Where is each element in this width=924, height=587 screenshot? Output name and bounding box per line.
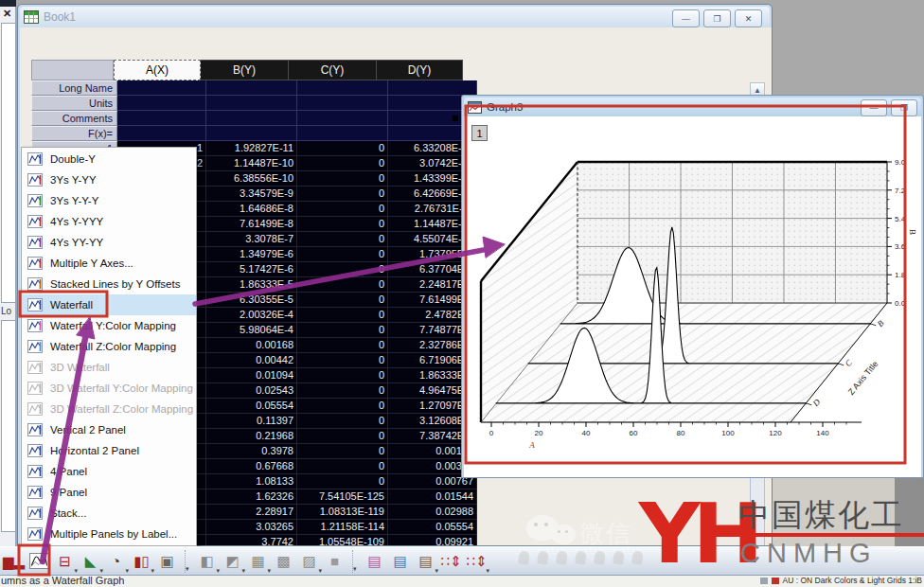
cell[interactable]: 1.62326 — [206, 489, 297, 505]
cell[interactable]: 1.64686E-8 — [206, 202, 297, 217]
table-corner-cell[interactable] — [31, 60, 114, 80]
menu-item-horizontal-2-panel[interactable]: Horizontal 2 Panel — [22, 440, 196, 461]
dropdown-caret-icon[interactable]: ▾ — [125, 567, 129, 575]
contour-graph-icon[interactable]: ▨▾ — [297, 549, 321, 573]
cell[interactable]: 0 — [297, 187, 388, 202]
3d-surface-graph-icon[interactable]: ◩▾ — [221, 549, 244, 573]
cell[interactable] — [388, 80, 477, 96]
menu-item-stacked-lines-by-y-offsets[interactable]: Stacked Lines by Y Offsets — [22, 274, 196, 294]
graph-content[interactable]: 1 020406080100120140A9.07.25.43.61.80.0B… — [464, 116, 921, 477]
cell[interactable]: 6.30355E-5 — [206, 293, 297, 308]
mask-grid3-icon[interactable]: ▤▾ — [414, 549, 437, 573]
mask-grid2-icon[interactable]: ▤ — [388, 549, 412, 573]
cell[interactable]: 0 — [297, 217, 388, 232]
cell[interactable]: 0.02988 — [388, 505, 477, 520]
cell[interactable] — [297, 126, 388, 141]
cell[interactable]: 7.61499E-8 — [206, 217, 297, 232]
cell[interactable]: 0.11397 — [206, 414, 297, 429]
row-header-f-x[interactable]: F(x)= — [31, 126, 117, 141]
cell[interactable]: 1.08313E-119 — [297, 505, 388, 520]
column-header-b-y[interactable]: B(Y) — [201, 60, 289, 80]
restore-button[interactable]: ❐ — [891, 99, 917, 116]
dropdown-caret-icon[interactable]: ▾ — [435, 567, 438, 575]
cell[interactable]: 0.02543 — [206, 383, 297, 399]
cell[interactable]: 1.08133 — [206, 474, 297, 489]
menu-item-stack[interactable]: Stack... — [22, 503, 196, 524]
cell[interactable]: 0.01544 — [388, 489, 477, 505]
dropdown-caret-icon[interactable]: ▾ — [74, 567, 78, 575]
dropdown-caret-icon[interactable]: ▾ — [318, 567, 322, 575]
cell[interactable]: 1.34979E-6 — [206, 247, 297, 262]
cell[interactable]: 0 — [297, 338, 388, 353]
cell[interactable]: 0 — [297, 308, 388, 323]
cell[interactable]: 0 — [297, 171, 388, 187]
cell[interactable] — [206, 111, 297, 126]
3d-column-graph-icon[interactable]: ▩ — [272, 549, 295, 573]
dropdown-caret-icon[interactable]: ▾ — [241, 567, 245, 575]
menu-item-vertical-2-panel[interactable]: Vertical 2 Panel — [22, 419, 196, 440]
cell[interactable]: 0 — [297, 141, 388, 156]
cell[interactable]: 0 — [297, 262, 388, 277]
minimize-button[interactable]: — — [861, 99, 887, 116]
column-header-d-y[interactable]: D(Y) — [377, 60, 463, 80]
cell[interactable]: 0 — [297, 383, 388, 399]
cell[interactable]: 3.03265 — [206, 520, 297, 535]
dropdown-caret-icon[interactable]: ▾ — [486, 567, 489, 575]
polar-graph-icon[interactable]: ◔▾ — [104, 549, 128, 573]
cell[interactable]: 1.92827E-11 — [206, 141, 297, 156]
cell[interactable]: 1.86333E-5 — [206, 277, 297, 293]
cell[interactable] — [206, 96, 297, 111]
cell[interactable] — [117, 80, 206, 96]
menu-item-3ys-y-y-y[interactable]: 3Ys Y-Y-Y — [22, 190, 196, 211]
column-header-c-y[interactable]: C(Y) — [289, 60, 377, 80]
cell[interactable] — [206, 126, 297, 141]
cell[interactable]: 0.01094 — [206, 368, 297, 383]
row-header-units[interactable]: Units — [31, 96, 117, 111]
cell[interactable] — [117, 111, 206, 126]
cell[interactable]: 1.14487E-10 — [206, 156, 297, 171]
dropdown-separator2-icon[interactable]: ▾ — [352, 550, 359, 573]
cell[interactable] — [297, 96, 388, 111]
minimize-button[interactable]: — — [672, 9, 700, 27]
menu-item-multiple-y-axes[interactable]: Multiple Y Axes... — [22, 253, 196, 274]
cell[interactable]: 7.54105E-125 — [297, 489, 388, 505]
cell[interactable]: 0.21968 — [206, 429, 297, 444]
close-button[interactable]: ✕ — [735, 9, 762, 27]
cell[interactable]: 0 — [297, 368, 388, 383]
waterfall-graph-icon[interactable] — [27, 549, 51, 573]
cell[interactable]: 0 — [297, 232, 388, 247]
cell[interactable]: 5.17427E-6 — [206, 262, 297, 277]
cell[interactable]: 0 — [297, 459, 388, 474]
3d-wireframe-graph-icon[interactable]: ▦▾ — [246, 549, 270, 573]
dropdown-separator-icon[interactable]: ▾ — [185, 550, 191, 573]
menu-item-9-panel[interactable]: 9 Panel — [22, 482, 196, 503]
cell[interactable]: 0 — [297, 202, 388, 217]
image-plot-icon[interactable]: ■ — [323, 549, 346, 573]
cell[interactable]: 2.00326E-4 — [206, 308, 297, 323]
cell[interactable]: 3.3078E-7 — [206, 232, 297, 247]
menu-item-3ys-y-yy[interactable]: 3Ys Y-YY — [22, 169, 196, 190]
cell[interactable] — [117, 126, 206, 141]
menu-item-multiple-panels-by-label[interactable]: Multiple Panels by Label... — [22, 524, 196, 544]
cell[interactable]: 0 — [297, 429, 388, 444]
cell[interactable]: 0.05554 — [388, 520, 477, 535]
restore-button[interactable]: ❐ — [703, 9, 731, 27]
cell[interactable]: 0.00168 — [206, 338, 297, 353]
cell[interactable]: 0.05554 — [206, 399, 297, 414]
menu-item-double-y[interactable]: Double-Y — [22, 149, 196, 169]
cell[interactable]: 0 — [297, 353, 388, 368]
menu-item-waterfall-z-color-mapping[interactable]: Waterfall Z:Color Mapping — [22, 336, 196, 357]
cell[interactable]: 0 — [297, 156, 388, 171]
menu-item-4ys-yy-yy[interactable]: 4Ys YY-YY — [22, 232, 196, 253]
3d-bar-graph-icon[interactable]: ◧▾ — [195, 549, 219, 573]
selection-handle[interactable] — [453, 116, 458, 121]
picture-graph-icon[interactable]: ▣ — [155, 549, 179, 573]
menu-item-waterfall[interactable]: Waterfall — [22, 294, 196, 315]
cell[interactable]: 0 — [297, 293, 388, 308]
cell[interactable]: 0 — [297, 444, 388, 459]
cell[interactable]: 1.05548E-109 — [297, 535, 388, 546]
cell[interactable]: 2.28917 — [206, 505, 297, 520]
cell[interactable]: 0 — [297, 414, 388, 429]
column-header-a-x[interactable]: A(X) — [114, 60, 201, 80]
stock-chart-icon[interactable]: ▮▯▾ — [130, 549, 153, 573]
